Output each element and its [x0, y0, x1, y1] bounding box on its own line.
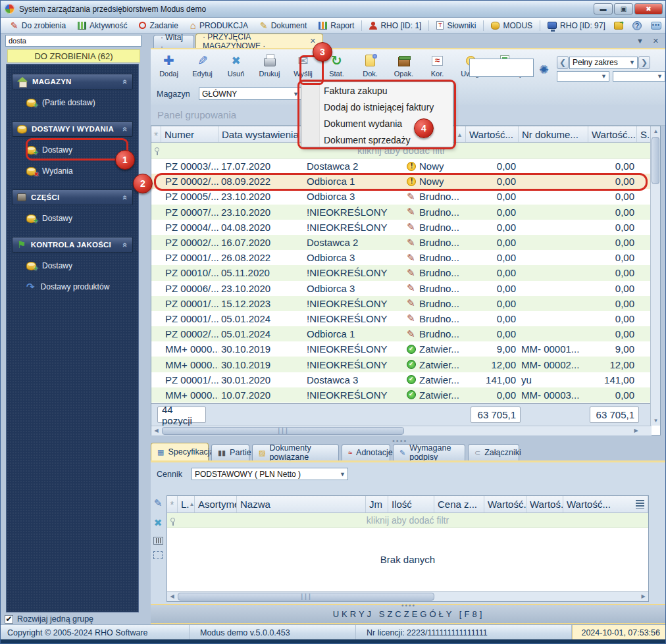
detail-column-header-5[interactable]: Ilość — [388, 496, 434, 512]
gear-icon[interactable]: ✺ — [539, 62, 549, 77]
grid-column-header-8[interactable]: S. — [637, 126, 652, 142]
hide-details-bar[interactable]: •••• UKRYJ SZCZEGÓŁY [F8] — [151, 604, 666, 624]
todo-header[interactable]: DO ZROBIENIA (62) — [7, 49, 140, 62]
menu-item-4[interactable]: PRODUKCJA — [184, 18, 254, 33]
chevron-collapse-icon[interactable]: « — [120, 242, 130, 247]
table-row[interactable]: MM+ 0000...30.10.2019!NIEOKREŚLONYZatwie… — [151, 341, 652, 357]
detail-column-header-8[interactable]: Wartoś... — [526, 496, 563, 512]
detail-tab-partie[interactable]: ▮▮Partie — [211, 444, 249, 460]
toolbar-button-drukuj[interactable]: Drukuj — [254, 51, 285, 84]
detail-filter-row[interactable]: kliknij aby dodać filtr — [167, 513, 648, 528]
menu-item-6[interactable]: Raport — [313, 18, 360, 33]
expand-one-group-checkbox[interactable]: ✔ Rozwijaj jedną grupę — [5, 613, 145, 625]
table-row[interactable]: PZ 00003/...17.07.2020Dostawca 2Nowy0,00… — [151, 159, 652, 174]
menu-option-1[interactable]: Faktura zakupu — [301, 82, 453, 99]
detail-tab-adnotacje[interactable]: ≈Adnotacje — [342, 444, 390, 460]
sidebar-item--partie-dostaw-[interactable]: (Partie dostaw) — [7, 95, 138, 111]
menu-item-3[interactable]: Zadanie — [133, 18, 184, 33]
column-chooser-icon[interactable] — [636, 500, 644, 508]
menu-item-10[interactable]: RHO [ID: 97] — [542, 18, 611, 33]
table-row[interactable]: PZ 00001/...26.08.2022Odbiorca 3Brudno..… — [151, 250, 652, 265]
menu-item-1[interactable]: Do zrobienia — [5, 18, 72, 33]
grid-column-header-0[interactable]: ✳ — [151, 126, 161, 142]
menu-item-7[interactable]: RHO [ID: 1] — [363, 18, 427, 33]
edit-pencil-icon[interactable]: ✎ — [154, 497, 163, 510]
toolbar-button-opak[interactable]: Opak. — [388, 51, 419, 84]
detail-column-header-2[interactable]: Asortyment — [195, 496, 237, 512]
chevron-collapse-icon[interactable]: « — [120, 79, 130, 84]
sidebar-group-kontrola-jako-ci[interactable]: KONTROLA JAKOŚCI« — [12, 237, 133, 253]
fill-color-icon[interactable] — [614, 22, 623, 30]
grid-column-header-1[interactable]: Numer — [161, 126, 218, 142]
table-row[interactable]: PZ 00001/...05.01.2024!NIEOKREŚLONYBrudn… — [151, 311, 652, 326]
minimize-icon[interactable]: ▬ — [594, 3, 613, 14]
table-row[interactable]: PZ 00010/...05.11.2020!NIEOKREŚLONYBrudn… — [151, 265, 652, 280]
help-icon[interactable]: ? — [632, 21, 642, 30]
detail-column-header-4[interactable]: Jm — [366, 496, 388, 512]
detail-grid-header[interactable]: *L. ▲AsortymentNazwaJmIlośćCena z...Wart… — [167, 496, 648, 513]
detail-tab-wymagane-podpisy[interactable]: ✎Wymagane podpisy — [393, 444, 465, 460]
tab-witaj[interactable]: · Witaj · — [153, 35, 194, 48]
detail-tab-specyfikacja[interactable]: ▦Specyfikacja — [151, 443, 209, 460]
horizontal-scrollbar[interactable]: ◀ ┃┃┃ ▶ — [167, 591, 648, 601]
barcode-icon[interactable] — [153, 537, 163, 545]
sidebar-group-cz-ci[interactable]: CZĘŚCI« — [12, 189, 133, 205]
table-row[interactable]: PZ 00001/...15.12.2023!NIEOKREŚLONYBrudn… — [151, 296, 652, 311]
detail-column-header-1[interactable]: L. ▲ — [178, 496, 195, 512]
detail-column-header-3[interactable]: Nazwa — [237, 496, 366, 512]
table-row[interactable]: PZ 00006/...23.10.2020Odbiorca 3Brudno..… — [151, 281, 652, 296]
menu-item-5[interactable]: Dokument — [254, 18, 313, 33]
menu-item-2[interactable]: Aktywność — [72, 18, 133, 33]
toolbar-button-edytuj[interactable]: Edytuj — [187, 51, 218, 84]
quick-search-input[interactable] — [469, 59, 534, 77]
maximize-icon[interactable]: ▣ — [614, 3, 633, 14]
chat-icon[interactable]: ••• — [651, 22, 661, 30]
toolbar-button-dok[interactable]: Dok. — [355, 51, 386, 84]
sidebar-item-dostawy[interactable]: Dostawy — [7, 211, 138, 226]
close-icon[interactable]: ✖ — [634, 3, 663, 14]
filter-select-1[interactable]: ▼ — [557, 71, 609, 82]
grid-column-header-6[interactable]: Nr dokume... — [519, 126, 588, 142]
clear-icon[interactable]: ✖ — [154, 517, 163, 530]
panel-dropdown-icon[interactable]: ▼ — [636, 37, 644, 45]
menu-item-8[interactable]: TSłowniki — [430, 18, 482, 33]
grid-column-header-5[interactable]: Wartość... — [466, 126, 519, 142]
tab-przyjecia-magazynowe[interactable]: · PRZYJĘCIA MAGAZYNOWE · ✕ — [195, 34, 323, 48]
table-row[interactable]: PZ 00002/...08.09.2022Odbiorca 1Nowy0,00… — [151, 174, 652, 189]
table-row[interactable]: PZ 00005/...23.10.2020Odbiorca 3Brudno..… — [151, 189, 652, 204]
range-next-button[interactable]: ❯ — [638, 56, 650, 69]
toolbar-button-usu[interactable]: Usuń — [220, 51, 251, 84]
range-select[interactable]: Pełny zakres▼ — [569, 57, 638, 69]
splitter-handle[interactable]: •••• — [401, 605, 416, 607]
table-row[interactable]: MM+ 0000...30.10.2019!NIEOKREŚLONYZatwie… — [151, 357, 652, 372]
chevron-collapse-icon[interactable]: « — [120, 195, 130, 199]
table-row[interactable]: MM+ 0000...10.07.2020!NIEOKREŚLONYZatwie… — [151, 387, 652, 403]
toolbar-button-dodaj[interactable]: Dodaj — [153, 51, 184, 84]
table-row[interactable]: PZ 00002/...16.07.2020Dostawca 2Brudno..… — [151, 235, 652, 250]
range-prev-button[interactable]: ❮ — [557, 56, 569, 69]
filter-select-2[interactable]: ▼ — [613, 71, 665, 82]
detail-column-header-6[interactable]: Cena z... — [434, 496, 484, 512]
detail-tab-dokumenty-powiązane[interactable]: ▨Dokumenty powiązane — [252, 444, 339, 460]
checkbox-check-icon[interactable]: ✔ — [5, 615, 13, 624]
vertical-scrollbar[interactable]: ▲ ▼ — [650, 126, 660, 426]
sidebar-group-magazyn[interactable]: MAGAZYN« — [12, 74, 133, 89]
grid-column-header-2[interactable]: Data wystawienia — [218, 126, 305, 142]
sidebar-group-dostawy-i-wydania[interactable]: DOSTAWY I WYDANIA« — [12, 121, 133, 137]
table-row[interactable]: PZ 00007/...23.10.2020!NIEOKREŚLONYBrudn… — [151, 205, 652, 220]
table-row[interactable]: PZ 00004/...04.08.2020!NIEOKREŚLONYBrudn… — [151, 220, 652, 235]
menu-item-9[interactable]: MODUS — [485, 18, 538, 33]
table-row[interactable]: PZ 00001/...30.01.2020Dostawca 3Zatwier.… — [151, 372, 652, 387]
sidebar-item-dostawy-produktów[interactable]: Dostawy produktów — [7, 279, 138, 295]
sidebar-item-dostawy[interactable]: Dostawy — [7, 258, 138, 274]
toolbar-button-kor[interactable]: Kor. — [422, 51, 453, 84]
horizontal-scrollbar[interactable]: ◀ ┃┃┃ ▶ — [151, 426, 652, 435]
menu-option-2[interactable]: Dodaj do istniejącej faktury — [301, 99, 453, 115]
search-input[interactable] — [5, 35, 141, 47]
select-region-icon[interactable] — [153, 551, 163, 559]
cennik-select[interactable]: PODSTAWOWY ( PLN Netto )▼ — [192, 468, 348, 480]
detail-column-header-0[interactable]: * — [167, 496, 178, 512]
magazyn-select[interactable]: GŁÓWNY▼ — [199, 87, 301, 100]
tab-close-icon[interactable]: ✕ — [310, 37, 316, 45]
chevron-collapse-icon[interactable]: « — [120, 126, 130, 131]
